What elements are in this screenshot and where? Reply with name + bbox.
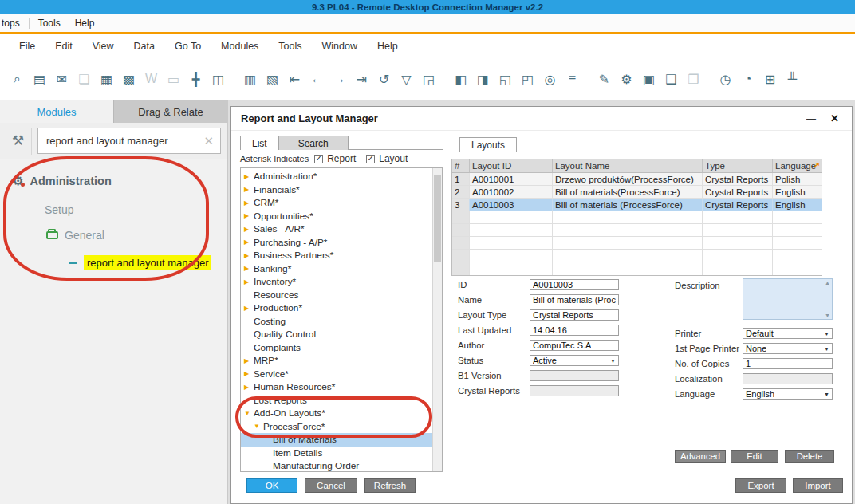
org-chart-icon[interactable]: ╨ [785,70,800,88]
clock-icon[interactable]: ◷ [718,70,733,88]
table-row[interactable] [452,250,822,262]
tree-arrow-icon[interactable] [244,186,254,193]
import-button[interactable]: Import [793,478,843,493]
field-input[interactable]: Bill of materials (ProcessF ▼ [530,294,619,305]
tree-item[interactable]: Service* [241,368,432,381]
layout-checkbox[interactable] [366,155,375,163]
print-icon[interactable]: ▤ [32,70,47,88]
app-menu-item[interactable]: Modules [221,41,258,52]
tree-item[interactable]: Quality Control [241,328,432,341]
module-search[interactable]: ✕ [37,128,221,154]
base-document-icon[interactable]: ◱ [498,70,513,88]
tree-item[interactable]: Lost Reports [241,394,432,408]
tree-arrow-icon[interactable] [244,173,254,180]
tree-item[interactable]: Banking* [241,262,432,276]
tree-item[interactable]: Administration* [241,170,432,183]
sidebar-item-report-layout-manager[interactable]: report and layout manager [0,252,227,273]
tree-arrow-icon[interactable] [244,212,254,219]
description-textarea[interactable]: ▲ ▼ [743,278,833,320]
close-button[interactable]: ✕ [822,112,842,124]
table-row[interactable] [452,262,822,275]
remarks-icon[interactable]: ❑ [664,70,679,88]
tree-arrow-icon[interactable] [244,370,254,377]
Drzewo produktów(ProcessForce)[interactable]: 1 A0010001 Drzewo produktów(ProcessForce… [452,173,822,186]
next-record-icon[interactable]: → [332,70,347,88]
table-row[interactable] [452,237,822,250]
field-input[interactable]: Crystal Reports ▼ [530,309,619,321]
print-preview-icon[interactable]: ❏ [77,70,92,88]
dropdown-caret-icon[interactable]: ▼ [824,392,829,397]
app-menu-item[interactable]: Go To [175,41,201,52]
tree-item[interactable]: Financials* [241,183,432,197]
dialog-titlebar[interactable]: Report and Layout Manager — ✕ [231,107,852,131]
tree-item[interactable]: Resources [241,289,432,302]
field-input[interactable]: CompuTec S.A ▼ [530,340,619,351]
export-pdf-icon[interactable]: ▭ [166,70,181,88]
form-grid-icon[interactable]: ◫ [211,70,226,88]
wrench-icon[interactable]: ⚒ [5,128,32,155]
previous-record-icon[interactable]: ← [309,70,325,88]
refresh-icon[interactable]: ↺ [376,70,392,88]
tree-arrow-icon[interactable] [254,423,263,430]
edit-button[interactable]: Edit [731,450,778,463]
scroll-down-icon[interactable]: ▼ [825,313,830,318]
tree-item[interactable]: MRP* [241,354,432,368]
cancel-button[interactable]: Cancel [305,478,357,493]
tree-scrollbar[interactable] [432,168,442,471]
tree-item[interactable]: Business Partners* [241,249,432,262]
journal-entry-icon[interactable]: ▧ [265,70,280,88]
messages-icon[interactable]: ❒ [686,70,701,88]
export-word-icon[interactable]: W [144,70,159,88]
find-icon[interactable]: ⌕ [10,70,25,88]
calendar-icon[interactable]: ⊞ [762,70,778,88]
tree-arrow-icon[interactable] [244,410,254,417]
dropdown-caret-icon[interactable]: ▼ [824,331,829,337]
tree-item[interactable]: Opportunities* [241,210,432,223]
copy-table-icon[interactable]: ▦ [99,70,114,88]
sidebar-item-setup[interactable]: Setup [0,199,227,220]
tree-item[interactable]: Production* [241,301,432,315]
first-record-icon[interactable]: ⇤ [287,70,302,88]
menu-desktops[interactable]: tops [0,18,27,29]
field-input[interactable]: ▼ [743,373,833,384]
expand-grid-icon[interactable]: ↗ [813,160,820,171]
form-settings-icon[interactable]: ▣ [641,70,656,88]
tree-item-item-details[interactable]: Item Details [241,447,432,460]
field-input[interactable]: English ▼ [743,388,833,400]
dropdown-caret-icon[interactable]: ▼ [610,358,616,364]
export-excel-icon[interactable]: ▩ [121,70,136,88]
sidebar-item-general[interactable]: General [0,225,227,246]
column-header[interactable]: # [452,159,470,172]
email-icon[interactable]: ✉ [54,70,69,88]
tree-arrow-icon[interactable] [244,199,254,207]
filter-icon[interactable]: ▽ [399,70,414,88]
field-input[interactable]: ▼ [530,385,619,396]
app-menu-item[interactable]: Edit [55,41,73,52]
clear-search-icon[interactable]: ✕ [203,134,214,148]
app-menu-item[interactable]: Help [377,41,398,52]
tree-item-add-on-layouts[interactable]: Add-On Layouts* [241,407,432,420]
ok-button[interactable]: OK [246,478,297,493]
align-icon[interactable]: ≡ [565,70,580,88]
find-form-icon[interactable]: ◲ [421,70,436,88]
tree-arrow-icon[interactable] [244,265,254,272]
target-document-icon[interactable]: ◰ [520,70,535,88]
tree-item[interactable]: Sales - A/R* [241,222,432,236]
app-menu-item[interactable]: View [93,41,114,52]
highlighted-result-label[interactable]: report and layout manager [84,255,211,270]
tree-arrow-icon[interactable] [244,226,254,233]
tree-item[interactable]: Complaints [241,341,432,355]
table-row[interactable] [452,211,822,224]
refresh-button[interactable]: Refresh [364,478,416,493]
tab-list[interactable]: List [240,136,279,150]
dropdown-caret-icon[interactable]: ▼ [824,346,829,352]
search-input[interactable] [45,134,200,148]
crosshair-icon[interactable]: ╋ [188,70,203,88]
tree-item[interactable]: Purchasing - A/P* [241,236,432,250]
tab-layouts[interactable]: Layouts [459,137,517,152]
tree-arrow-icon[interactable] [244,252,254,259]
tree-item-manufacturing-order[interactable]: Manufacturing Order [241,459,432,472]
settings-icon[interactable]: ⚙ [619,70,634,88]
scroll-up-icon[interactable]: ▲ [825,280,830,285]
payment-means-icon[interactable]: ▥ [242,70,258,88]
